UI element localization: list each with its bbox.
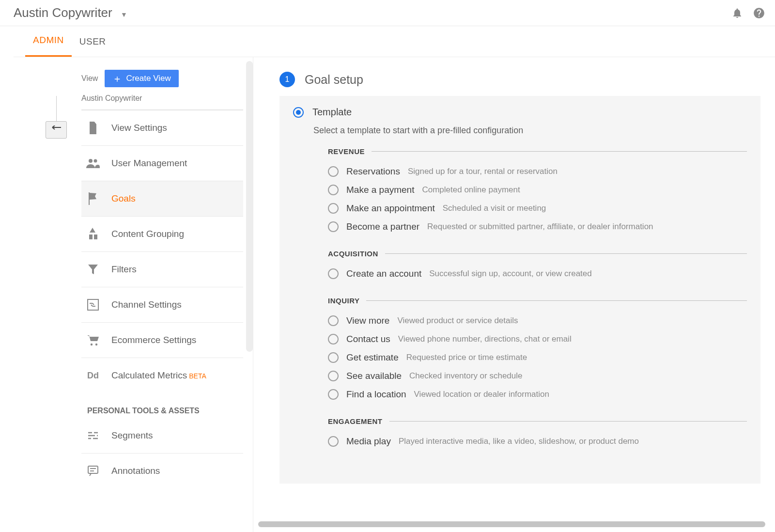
radio-icon[interactable] — [328, 371, 339, 381]
sidebar-item-goals[interactable]: Goals — [81, 181, 243, 216]
svg-point-4 — [95, 344, 97, 345]
radio-icon[interactable] — [328, 436, 339, 447]
sidebar-scrollbar[interactable] — [246, 61, 253, 352]
template-see-available[interactable]: See available Checked inventory or sched… — [328, 367, 747, 385]
document-icon — [86, 121, 100, 135]
sidebar: View ＋ Create View Austin Copywriter Vie… — [14, 57, 253, 532]
template-label: Media play — [346, 436, 391, 447]
template-label: Get estimate — [346, 352, 399, 363]
main-panel: 1 Goal setup Template Select a template … — [253, 57, 775, 532]
sidebar-item-label: Ecommerce Settings — [111, 335, 196, 345]
radio-icon[interactable] — [328, 334, 339, 344]
sidebar-item-label: User Management — [111, 158, 187, 169]
svg-point-0 — [89, 159, 93, 163]
account-dropdown[interactable]: Austin Copywriter ▼ — [14, 5, 127, 20]
sidebar-item-label: Segments — [111, 430, 153, 441]
category-title: ENGAGEMENT — [328, 417, 383, 425]
template-get-estimate[interactable]: Get estimate Requested price or time est… — [328, 348, 747, 367]
divider-line — [389, 421, 747, 422]
template-desc: Scheduled a visit or meeting — [443, 203, 546, 213]
option-template-row[interactable]: Template — [293, 107, 747, 118]
svg-rect-5 — [88, 466, 98, 473]
sidebar-section-heading: PERSONAL TOOLS & ASSETS — [81, 393, 253, 418]
template-desc: Played interactive media, like a video, … — [399, 437, 639, 446]
sidebar-item-calculated-metrics[interactable]: Dd Calculated MetricsBETA — [81, 358, 243, 393]
template-label: Make an appointment — [346, 203, 435, 214]
template-desc: Viewed product or service details — [397, 316, 518, 326]
channel-icon — [86, 298, 100, 312]
sidebar-item-annotations[interactable]: Annotations — [81, 453, 243, 488]
template-make-payment[interactable]: Make a payment Completed online payment — [328, 181, 747, 199]
template-become-partner[interactable]: Become a partner Requested or submitted … — [328, 218, 747, 236]
tab-user[interactable]: USER — [72, 28, 114, 57]
step-header: 1 Goal setup — [279, 72, 760, 87]
goal-setup-panel: Template Select a template to start with… — [279, 96, 760, 484]
category-title: ACQUISITION — [328, 250, 378, 258]
radio-icon[interactable] — [328, 352, 339, 363]
template-label: See available — [346, 371, 402, 381]
template-view-more[interactable]: View more Viewed product or service deta… — [328, 312, 747, 330]
category-inquiry: INQUIRY View more Viewed product or serv… — [328, 297, 747, 404]
chevron-down-icon: ▼ — [121, 11, 127, 18]
template-make-appointment[interactable]: Make an appointment Scheduled a visit or… — [328, 199, 747, 218]
template-desc: Viewed location or dealer information — [414, 390, 549, 399]
radio-template[interactable] — [293, 107, 304, 118]
template-label: Reservations — [346, 166, 400, 177]
help-icon[interactable] — [753, 7, 765, 19]
bell-icon[interactable] — [731, 7, 743, 19]
template-desc: Viewed phone number, directions, chat or… — [398, 334, 572, 344]
radio-icon[interactable] — [328, 389, 339, 400]
template-desc: Requested price or time estimate — [406, 353, 527, 362]
radio-icon[interactable] — [328, 203, 339, 214]
sidebar-item-content-grouping[interactable]: Content Grouping — [81, 216, 243, 251]
template-media-play[interactable]: Media play Played interactive media, lik… — [328, 432, 747, 451]
svg-point-1 — [94, 159, 97, 163]
top-bar: Austin Copywriter ▼ — [0, 0, 775, 26]
radio-icon[interactable] — [328, 185, 339, 195]
content-region: View ＋ Create View Austin Copywriter Vie… — [14, 57, 775, 532]
category-acquisition: ACQUISITION Create an account Successful… — [328, 250, 747, 283]
people-icon — [86, 156, 100, 170]
category-title: REVENUE — [328, 147, 365, 156]
sidebar-item-label: Channel Settings — [111, 299, 182, 310]
cart-icon — [86, 333, 100, 347]
sidebar-item-ecommerce-settings[interactable]: Ecommerce Settings — [81, 322, 243, 358]
tab-admin[interactable]: ADMIN — [25, 26, 72, 57]
horizontal-scrollbar[interactable] — [258, 521, 765, 527]
svg-point-3 — [91, 344, 93, 345]
divider-line — [366, 300, 747, 301]
radio-icon[interactable] — [328, 166, 339, 177]
create-view-label: Create View — [126, 74, 170, 83]
template-subtext: Select a template to start with a pre-fi… — [313, 125, 747, 136]
sidebar-item-segments[interactable]: Segments — [81, 418, 243, 453]
template-create-account[interactable]: Create an account Successful sign up, ac… — [328, 265, 747, 283]
radio-icon[interactable] — [328, 268, 339, 279]
sidebar-item-label: Annotations — [111, 466, 160, 476]
svg-rect-2 — [88, 299, 98, 310]
sidebar-item-label: View Settings — [111, 123, 167, 133]
sidebar-item-label: Filters — [111, 264, 137, 275]
create-view-button[interactable]: ＋ Create View — [105, 70, 178, 87]
beta-badge: BETA — [189, 372, 206, 380]
template-label: Find a location — [346, 389, 406, 400]
funnel-icon — [86, 263, 100, 276]
sidebar-item-filters[interactable]: Filters — [81, 251, 243, 287]
sidebar-account-name: Austin Copywriter — [81, 94, 243, 110]
template-desc: Requested or submitted partner, affiliat… — [427, 222, 653, 232]
template-contact-us[interactable]: Contact us Viewed phone number, directio… — [328, 330, 747, 348]
category-revenue: REVENUE Reservations Signed up for a tou… — [328, 147, 747, 236]
category-title: INQUIRY — [328, 297, 359, 305]
radio-icon[interactable] — [328, 315, 339, 326]
template-label: Contact us — [346, 334, 390, 344]
account-name-text: Austin Copywriter — [14, 5, 112, 20]
sidebar-item-channel-settings[interactable]: Channel Settings — [81, 287, 243, 322]
sidebar-item-user-management[interactable]: User Management — [81, 145, 243, 181]
back-button[interactable] — [46, 121, 67, 139]
template-reservations[interactable]: Reservations Signed up for a tour, renta… — [328, 162, 747, 181]
sidebar-item-view-settings[interactable]: View Settings — [81, 110, 243, 145]
segments-icon — [86, 429, 100, 442]
radio-icon[interactable] — [328, 221, 339, 232]
template-find-location[interactable]: Find a location Viewed location or deale… — [328, 385, 747, 404]
template-label: Make a payment — [346, 185, 414, 195]
template-desc: Checked inventory or schedule — [409, 371, 522, 381]
